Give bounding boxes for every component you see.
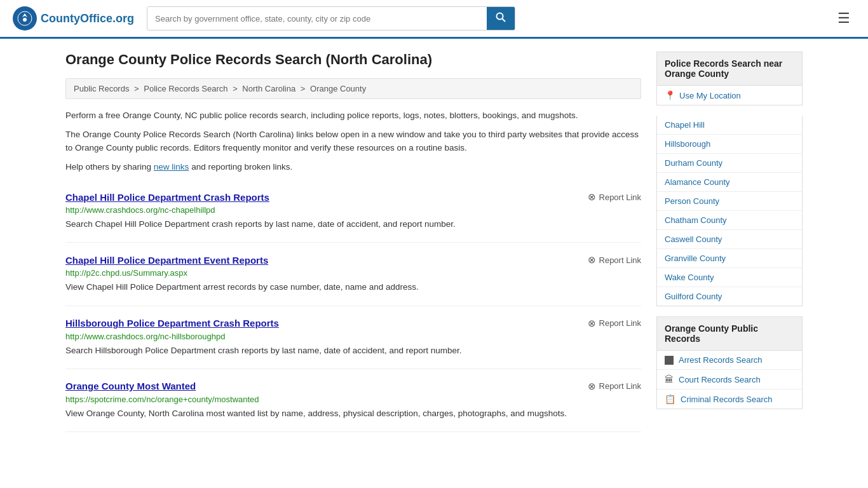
nearby-link-item[interactable]: Chapel Hill <box>657 116 802 135</box>
nearby-link[interactable]: Durham County <box>665 158 722 168</box>
report-icon: ⊗ <box>588 381 596 392</box>
record-description: View Chapel Hill Police Department arres… <box>65 281 641 294</box>
record-title[interactable]: Hillsborough Police Department Crash Rep… <box>65 318 279 329</box>
page-header: CountyOffice.org ☰ <box>0 0 868 39</box>
public-record-link[interactable]: Court Records Search <box>679 375 761 384</box>
report-link-button[interactable]: ⊗ Report Link <box>588 381 641 392</box>
new-links-link[interactable]: new links <box>154 162 189 172</box>
nearby-link-item[interactable]: Alamance County <box>657 173 802 192</box>
report-link-button[interactable]: ⊗ Report Link <box>588 318 641 329</box>
use-location-link[interactable]: Use My Location <box>679 91 741 100</box>
report-link-label: Report Link <box>599 381 641 391</box>
report-link-label: Report Link <box>599 193 641 202</box>
description-1: Perform a free Orange County, NC public … <box>65 109 641 122</box>
report-link-button[interactable]: ⊗ Report Link <box>588 191 641 203</box>
public-record-link[interactable]: Criminal Records Search <box>681 395 773 404</box>
logo-icon <box>13 6 37 30</box>
record-url: https://spotcrime.com/nc/orange+county/m… <box>65 395 641 404</box>
breadcrumb-north-carolina[interactable]: North Carolina <box>242 84 295 93</box>
nearby-link-item[interactable]: Person County <box>657 192 802 211</box>
breadcrumb-orange-county[interactable]: Orange County <box>310 84 366 93</box>
nearby-link-item[interactable]: Granville County <box>657 249 802 268</box>
search-bar <box>147 6 515 30</box>
content-area: Orange County Police Records Search (Nor… <box>65 51 641 432</box>
description-3: Help others by sharing new links and rep… <box>65 161 641 173</box>
report-link-button[interactable]: ⊗ Report Link <box>588 254 641 266</box>
svg-point-2 <box>497 13 503 20</box>
report-icon: ⊗ <box>588 191 596 203</box>
report-link-label: Report Link <box>599 318 641 328</box>
breadcrumb-public-records[interactable]: Public Records <box>74 84 129 93</box>
nearby-link[interactable]: Hillsborough <box>665 139 710 149</box>
lines-icon: 📋 <box>665 394 675 404</box>
record-description: Search Chapel Hill Police Department cra… <box>65 218 641 231</box>
record-url: http://www.crashdocs.org/nc-hillsborough… <box>65 332 641 341</box>
nearby-link[interactable]: Chapel Hill <box>665 120 705 130</box>
square-icon <box>665 356 674 365</box>
nearby-link[interactable]: Guilford County <box>665 292 722 301</box>
public-record-link[interactable]: Arrest Records Search <box>679 355 763 365</box>
search-button[interactable] <box>487 7 515 30</box>
search-input[interactable] <box>147 7 487 30</box>
public-records-list: Arrest Records Search🏛Court Records Sear… <box>656 351 803 409</box>
report-icon: ⊗ <box>588 254 596 266</box>
building-icon: 🏛 <box>665 374 674 384</box>
records-list: Chapel Hill Police Department Crash Repo… <box>65 180 641 432</box>
record-title[interactable]: Chapel Hill Police Department Crash Repo… <box>65 192 269 203</box>
nearby-link[interactable]: Chatham County <box>665 215 727 225</box>
breadcrumb: Public Records > Police Records Search >… <box>65 78 641 99</box>
record-title[interactable]: Orange County Most Wanted <box>65 381 196 391</box>
public-record-item[interactable]: 🏛Court Records Search <box>657 370 802 390</box>
nearby-link[interactable]: Wake County <box>665 273 714 282</box>
logo-link[interactable]: CountyOffice.org <box>13 6 134 30</box>
record-item: Hillsborough Police Department Crash Rep… <box>65 306 641 369</box>
page-title: Orange County Police Records Search (Nor… <box>65 51 641 68</box>
nearby-list: 📍 Use My Location <box>656 86 803 105</box>
report-link-label: Report Link <box>599 255 641 265</box>
record-header: Chapel Hill Police Department Event Repo… <box>65 254 641 266</box>
public-record-item[interactable]: 📋Criminal Records Search <box>657 390 802 409</box>
breadcrumb-police-records-search[interactable]: Police Records Search <box>144 84 227 93</box>
record-item: Chapel Hill Police Department Event Repo… <box>65 243 641 306</box>
record-description: View Orange County, North Carolina most … <box>65 407 641 420</box>
report-icon: ⊗ <box>588 318 596 329</box>
sidebar: Police Records Search near Orange County… <box>656 51 803 432</box>
menu-button[interactable]: ☰ <box>832 8 855 29</box>
record-header: Hillsborough Police Department Crash Rep… <box>65 318 641 329</box>
record-description: Search Hillsborough Police Department cr… <box>65 344 641 357</box>
nearby-link-item[interactable]: Durham County <box>657 154 802 173</box>
nearby-link-item[interactable]: Hillsborough <box>657 135 802 154</box>
logo-text: CountyOffice.org <box>41 12 134 25</box>
nearby-link-item[interactable]: Guilford County <box>657 287 802 306</box>
record-header: Chapel Hill Police Department Crash Repo… <box>65 191 641 203</box>
nearby-link-item[interactable]: Chatham County <box>657 211 802 230</box>
nearby-section-title: Police Records Search near Orange County <box>656 51 803 86</box>
nearby-link[interactable]: Person County <box>665 196 719 206</box>
record-title[interactable]: Chapel Hill Police Department Event Repo… <box>65 255 268 266</box>
record-header: Orange County Most Wanted ⊗ Report Link <box>65 381 641 392</box>
use-location-item[interactable]: 📍 Use My Location <box>657 86 802 105</box>
svg-line-3 <box>503 19 506 22</box>
public-record-item[interactable]: Arrest Records Search <box>657 351 802 370</box>
record-url: http://www.crashdocs.org/nc-chapelhillpd <box>65 205 641 215</box>
record-url: http://p2c.chpd.us/Summary.aspx <box>65 268 641 278</box>
nearby-link[interactable]: Granville County <box>665 254 726 263</box>
record-item: Orange County Most Wanted ⊗ Report Link … <box>65 369 641 432</box>
nearby-link[interactable]: Caswell County <box>665 234 722 244</box>
record-item: Chapel Hill Police Department Crash Repo… <box>65 180 641 243</box>
main-container: Orange County Police Records Search (Nor… <box>53 39 815 445</box>
description-2: The Orange County Police Records Search … <box>65 128 641 154</box>
nearby-link-item[interactable]: Wake County <box>657 268 802 287</box>
header-right: ☰ <box>832 8 855 29</box>
nearby-links-list: Chapel HillHillsboroughDurham CountyAlam… <box>656 116 803 306</box>
location-icon: 📍 <box>665 90 675 100</box>
public-records-section-title: Orange County Public Records <box>656 316 803 351</box>
svg-point-1 <box>23 18 27 22</box>
nearby-link-item[interactable]: Caswell County <box>657 230 802 249</box>
nearby-link[interactable]: Alamance County <box>665 177 730 187</box>
